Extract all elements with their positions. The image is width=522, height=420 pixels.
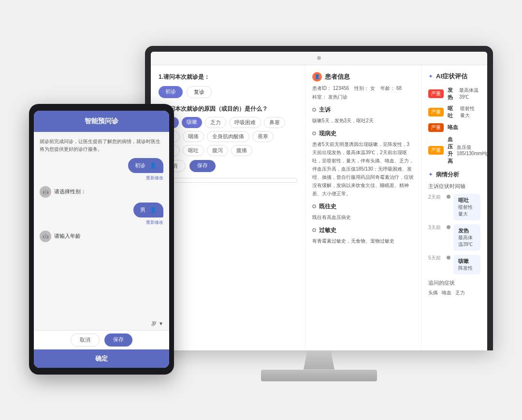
visit-type-group: 初诊 复诊 [159, 86, 297, 98]
timeline-card-cough: 咳嗽 阵发性 [453, 255, 480, 275]
section2-title: 2.请问本次就诊的原因（或目的）是什么？ [159, 105, 297, 113]
timeline-time-1: 2天前 [428, 194, 444, 201]
monitor-screen: 1.请问本次就诊是： 初诊 复诊 2.请问本次就诊的原因（或目的）是什么？ 发热… [151, 52, 487, 350]
tag-diarrhea[interactable]: 腹泻 [207, 145, 228, 156]
tablet-action-bar: 取消 保存 [34, 330, 169, 349]
gender-question: 请选择性别： [54, 186, 86, 195]
visit-icon: 👤 [150, 162, 157, 168]
age-question: 请输入年龄 [54, 231, 81, 240]
present-illness-dot [312, 131, 316, 135]
chief-complaint-title: 主诉 [312, 106, 414, 114]
gender-question-row: 🤖 请选择性别： [40, 186, 163, 198]
tag-muscle-pain[interactable]: 全身肌肉酸痛 [207, 131, 249, 142]
past-history-section: 既往史 既往有高血压病史 [312, 203, 414, 221]
monitor-neck [300, 350, 338, 370]
badge-hemoptysis: 严重 [428, 123, 444, 132]
initial-visit-bubble: 初诊 👤 重新修改 [40, 158, 163, 181]
gender-value: 男 [140, 207, 145, 213]
present-illness-content: 患者5天前无明显诱因出现咳嗽，呈阵发性，3天前出现发热，最高体温39℃，2天前出… [312, 140, 414, 198]
symptom-fever: 严重 发热 最高体温39℃ [428, 87, 480, 101]
timeline-section-title: 主诉症状时间轴 [428, 183, 480, 190]
change-label-2[interactable]: 重新修改 [146, 219, 163, 226]
tag-chills[interactable]: 畏寒 [252, 131, 274, 142]
patient-info-title: 患者信息 [325, 72, 350, 81]
symptom-bp: 严重 血压升高 血压值 185/130mmHg [428, 136, 480, 165]
patient-dept-row: 科室： 发热门诊 [312, 93, 414, 101]
symptom-hemoptysis: 严重 咯血 [428, 123, 480, 132]
timeline-item-3days: 3天前 发热 最高体温39℃ [428, 224, 480, 251]
tablet-screen: 智能预问诊 就诊前完成问诊，让医生提前了解您的病情，就诊时医生将为您提供更好的诊… [34, 111, 169, 368]
symptom-fever-label: 发热 [448, 87, 455, 101]
tablet-header: 智能预问诊 [34, 111, 169, 132]
monitor-left-panel: 1.请问本次就诊是： 初诊 复诊 2.请问本次就诊的原因（或目的）是什么？ 发热… [151, 65, 305, 350]
patient-gender-label: 性别： [354, 86, 369, 91]
patient-dept-label: 科室： [312, 94, 327, 100]
followup-section: 追问的症状 头痛 咯血 乏力 [428, 279, 480, 296]
tablet-intro: 就诊前完成问诊，让医生提前了解您的病情，就诊时医生将为您提供更好的诊疗服务。 [40, 138, 163, 153]
tablet-title: 智能预问诊 [85, 117, 118, 126]
followup-title: 追问的症状 [428, 279, 480, 287]
bot-avatar-1: 🤖 [40, 186, 51, 198]
change-label-1[interactable]: 重新修改 [146, 175, 163, 181]
past-history-content: 既往有高血压病史 [312, 213, 414, 221]
badge-bp: 严重 [428, 146, 444, 155]
tag-abdomen-pain[interactable]: 腹痛 [231, 145, 252, 156]
gender-answer-bubble: 男 👤 重新修改 [40, 203, 163, 226]
duration-answer[interactable] [159, 178, 297, 183]
chief-complaint-dot [312, 108, 316, 112]
patient-icon: 👤 [312, 72, 322, 82]
tag-fatigue[interactable]: 乏力 [205, 117, 226, 128]
tag-cough[interactable]: 咳嗽 [182, 117, 202, 128]
analysis-section: ✦ 病情分析 主诉症状时间轴 2天前 呕吐 喷射性 量大 [428, 171, 480, 296]
confirm-btn[interactable]: 确定 [95, 354, 108, 363]
symptom-vomit: 严重 呕吐 喷射性 量大 [428, 105, 480, 119]
action-buttons: 取消 保存 [159, 160, 297, 172]
timeline-cough-title: 咳嗽 [458, 258, 476, 265]
badge-fever: 严重 [428, 89, 444, 98]
allergy-title: 过敏史 [312, 226, 414, 234]
timeline-vomit-title: 呕吐 [458, 197, 476, 204]
tag-nasal[interactable]: 鼻塞 [264, 117, 285, 128]
initial-visit-btn[interactable]: 初诊 👤 [128, 158, 163, 173]
timeline-card-vomit: 呕吐 喷射性 量大 [453, 194, 480, 220]
tablet-cancel-btn[interactable]: 取消 [71, 333, 100, 347]
tag-vomit[interactable]: 呕吐 [183, 145, 204, 156]
monitor-middle-panel: 👤 患者信息 患者ID： 123456 性别： 女 年龄： 68 [305, 65, 421, 350]
option-fuzhen[interactable]: 复诊 [187, 86, 212, 98]
followup-headache: 头痛 [428, 290, 438, 296]
ai-title: AI症状评估 [436, 72, 467, 81]
present-illness-section: 现病史 患者5天前无明显诱因出现咳嗽，呈阵发性，3天前出现发热，最高体温39℃，… [312, 130, 414, 198]
symptom-fever-desc: 最高体温39℃ [459, 87, 480, 101]
timeline-dot-1 [447, 195, 450, 199]
save-button[interactable]: 保存 [189, 160, 216, 172]
timeline-card-fever: 发热 最高体温39℃ [453, 224, 480, 251]
bot-avatar-2: 🤖 [40, 231, 51, 242]
timeline-cough-desc: 阵发性 [458, 265, 476, 272]
option-chuzhen[interactable]: 初诊 [159, 86, 183, 98]
dropdown-arrow-icon[interactable]: ▼ [159, 321, 163, 326]
chief-complaint-content: 咳嗽5天，发热3天，呕吐2天 [312, 116, 414, 125]
age-question-row: 🤖 请输入年龄 [40, 231, 163, 242]
symptom-hemoptysis-label: 咯血 [448, 124, 458, 131]
tag-breathing[interactable]: 呼吸困难 [229, 117, 261, 128]
timeline-item-2days: 2天前 呕吐 喷射性 量大 [428, 194, 480, 220]
symptom-bp-desc: 血压值 185/130mmHg [457, 144, 487, 156]
gender-answer[interactable]: 男 👤 [133, 203, 163, 217]
monitor: 1.请问本次就诊是： 初诊 复诊 2.请问本次就诊的原因（或目的）是什么？ 发热… [145, 46, 493, 404]
tablet-footer: 确定 [34, 349, 169, 368]
timeline-dot-3 [447, 256, 450, 260]
monitor-base [261, 370, 377, 381]
initial-visit-label: 初诊 [135, 162, 145, 168]
analysis-icon: ✦ [428, 171, 433, 178]
patient-id-value: 123456 [333, 86, 349, 91]
symptom-vomit-desc: 喷射性 量大 [460, 105, 480, 119]
timeline-dot-2 [447, 225, 450, 229]
tablet-save-btn[interactable]: 保存 [104, 333, 132, 347]
monitor-content: 1.请问本次就诊是： 初诊 复诊 2.请问本次就诊的原因（或目的）是什么？ 发热… [151, 65, 487, 350]
scene: 1.请问本次就诊是： 初诊 复诊 2.请问本次就诊的原因（或目的）是什么？ 发热… [29, 17, 493, 404]
patient-dept-value: 发热门诊 [328, 94, 348, 100]
followup-hemoptysis: 咯血 [442, 290, 451, 296]
tag-sore-throat[interactable]: 咽痛 [183, 131, 204, 142]
followup-fatigue: 乏力 [455, 290, 465, 296]
timeline-vomit-desc: 喷射性 量大 [458, 204, 476, 217]
